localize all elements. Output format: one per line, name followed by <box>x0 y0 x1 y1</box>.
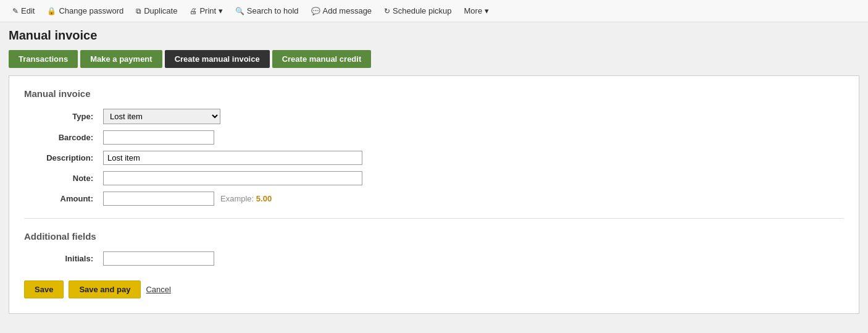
amount-label: Amount: <box>24 194 98 203</box>
barcode-label: Barcode: <box>24 133 98 142</box>
duplicate-icon: ⧉ <box>136 7 141 15</box>
section-divider <box>24 218 844 219</box>
note-input[interactable] <box>103 171 362 185</box>
type-select[interactable]: Lost item Processing fee Other <box>103 109 220 124</box>
save-and-pay-button[interactable]: Save and pay <box>69 280 141 298</box>
description-label: Description: <box>24 153 98 162</box>
lock-icon: 🔒 <box>47 7 56 15</box>
tab-create-manual-credit[interactable]: Create manual credit <box>272 50 372 68</box>
type-label: Type: <box>24 112 98 121</box>
amount-input[interactable] <box>103 192 214 206</box>
initials-input[interactable] <box>103 251 214 266</box>
note-field <box>103 171 456 185</box>
refresh-icon: ↻ <box>384 7 390 15</box>
tab-bar: Transactions Make a payment Create manua… <box>0 46 868 72</box>
edit-button[interactable]: ✎ Edit <box>6 4 41 18</box>
message-icon: 💬 <box>311 7 320 15</box>
page-title-area: Manual invoice <box>0 22 868 46</box>
initials-field <box>103 251 456 266</box>
form-section-title: Manual invoice <box>24 88 844 99</box>
main-content: Manual invoice Type: Lost item Processin… <box>9 75 859 314</box>
barcode-input[interactable] <box>103 130 214 145</box>
amount-example: Example: 5.00 <box>220 194 272 203</box>
edit-icon: ✎ <box>12 7 19 15</box>
barcode-field <box>103 130 456 145</box>
invoice-form: Type: Lost item Processing fee Other Bar… <box>24 109 456 206</box>
additional-form: Initials: <box>24 251 456 266</box>
search-icon: 🔍 <box>235 7 244 15</box>
additional-section-title: Additional fields <box>24 231 844 242</box>
amount-field: Example: 5.00 <box>103 192 456 206</box>
schedule-pickup-button[interactable]: ↻ Schedule pickup <box>378 4 457 18</box>
save-button[interactable]: Save <box>24 280 64 298</box>
duplicate-button[interactable]: ⧉ Duplicate <box>130 4 183 18</box>
description-field <box>103 151 456 165</box>
tab-make-payment[interactable]: Make a payment <box>80 50 162 68</box>
add-message-button[interactable]: 💬 Add message <box>305 4 378 18</box>
page-title: Manual invoice <box>9 28 859 43</box>
type-field: Lost item Processing fee Other <box>103 109 456 124</box>
description-input[interactable] <box>103 151 362 165</box>
search-hold-button[interactable]: 🔍 Search to hold <box>229 4 305 18</box>
more-button[interactable]: More ▾ <box>458 4 495 18</box>
toolbar: ✎ Edit 🔒 Change password ⧉ Duplicate 🖨 P… <box>0 0 868 22</box>
cancel-button[interactable]: Cancel <box>146 285 170 294</box>
tab-create-manual-invoice[interactable]: Create manual invoice <box>165 50 270 68</box>
initials-label: Initials: <box>24 254 98 263</box>
note-label: Note: <box>24 174 98 183</box>
tab-transactions[interactable]: Transactions <box>9 50 78 68</box>
action-row: Save Save and pay Cancel <box>24 280 844 298</box>
print-icon: 🖨 <box>190 7 197 15</box>
print-button[interactable]: 🖨 Print ▾ <box>183 4 228 18</box>
change-password-button[interactable]: 🔒 Change password <box>41 4 130 18</box>
